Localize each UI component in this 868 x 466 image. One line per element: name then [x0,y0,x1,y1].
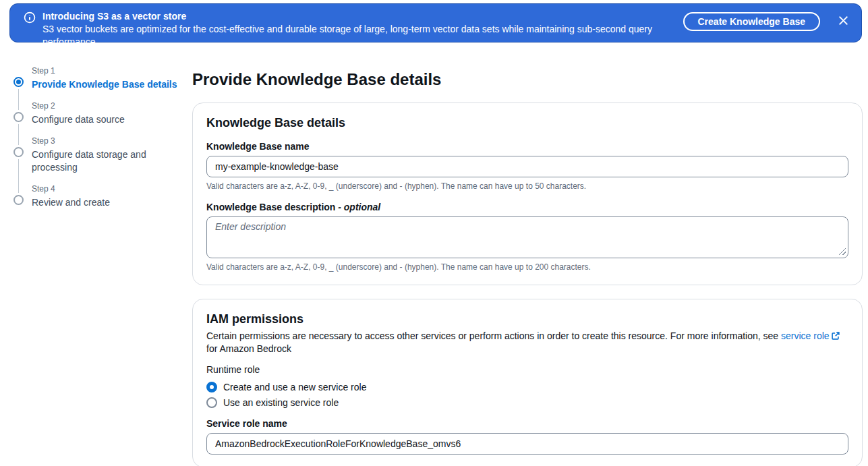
iam-description-before: Certain permissions are necessary to acc… [206,330,778,341]
section-title: Knowledge Base details [206,115,848,131]
info-icon [24,11,36,24]
step-active-radio-icon [13,77,24,87]
external-link-icon [831,331,840,341]
radio-use-existing-service-role[interactable]: Use an existing service role [206,397,848,408]
knowledge-base-description-label: Knowledge Base description - optional [206,202,848,212]
wizard-step-3[interactable]: Step 3 Configure data storage and proces… [13,136,181,174]
runtime-role-radio-group: Create and use a new service role Use an… [206,382,848,408]
service-role-link[interactable]: service role [781,330,840,341]
step-title: Provide Knowledge Base details [32,78,181,91]
create-knowledge-base-button[interactable]: Create Knowledge Base [683,12,821,31]
wizard-navigation: Step 1 Provide Knowledge Base details St… [13,65,181,219]
radio-label: Use an existing service role [223,397,339,408]
service-role-link-text: service role [781,330,830,341]
wizard-step-4[interactable]: Step 4 Review and create [13,183,181,209]
banner-title: Introducing S3 as a vector store [42,10,676,23]
step-radio-icon [13,195,24,205]
close-icon[interactable] [838,15,849,26]
knowledge-base-name-input[interactable] [206,156,848,177]
page-title: Provide Knowledge Base details [192,70,863,89]
description-helper-text: Valid characters are a-z, A-Z, 0-9, _ (u… [206,262,848,272]
knowledge-base-description-textarea[interactable] [206,216,848,258]
radio-create-new-service-role[interactable]: Create and use a new service role [206,382,848,392]
radio-selected-icon [206,382,217,392]
step-number: Step 1 [32,65,181,76]
radio-unselected-icon [206,397,217,408]
step-title: Configure data source [32,113,181,126]
service-role-name-label: Service role name [206,418,848,429]
description-label-text: Knowledge Base description [206,202,335,212]
iam-description-after: for Amazon Bedrock [206,343,291,354]
banner-description: S3 vector buckets are optimized for the … [42,23,676,49]
knowledge-base-name-label: Knowledge Base name [206,141,848,152]
service-role-name-input[interactable] [206,433,848,455]
optional-flag: - optional [338,202,380,212]
knowledge-base-details-card: Knowledge Base details Knowledge Base na… [192,103,863,285]
step-radio-icon [13,147,24,157]
iam-description: Certain permissions are necessary to acc… [206,330,846,355]
banner-text: Introducing S3 as a vector store S3 vect… [42,10,676,49]
description-textarea-wrap [206,216,848,258]
step-title: Configure data storage and processing [32,148,181,174]
main-content: Provide Knowledge Base details Knowledge… [192,65,863,466]
step-number: Step 4 [32,183,181,194]
wizard-step-2[interactable]: Step 2 Configure data source [13,100,181,126]
announcement-banner: Introducing S3 as a vector store S3 vect… [9,3,862,42]
step-radio-icon [13,112,24,122]
section-title: IAM permissions [206,311,848,327]
name-helper-text: Valid characters are a-z, A-Z, 0-9, _ (u… [206,181,848,192]
iam-permissions-card: IAM permissions Certain permissions are … [192,299,863,466]
step-title: Review and create [32,196,181,209]
step-number: Step 2 [32,100,181,111]
step-number: Step 3 [32,136,181,146]
runtime-role-label: Runtime role [206,364,848,375]
radio-label: Create and use a new service role [223,382,366,392]
wizard-step-1[interactable]: Step 1 Provide Knowledge Base details [13,65,181,91]
